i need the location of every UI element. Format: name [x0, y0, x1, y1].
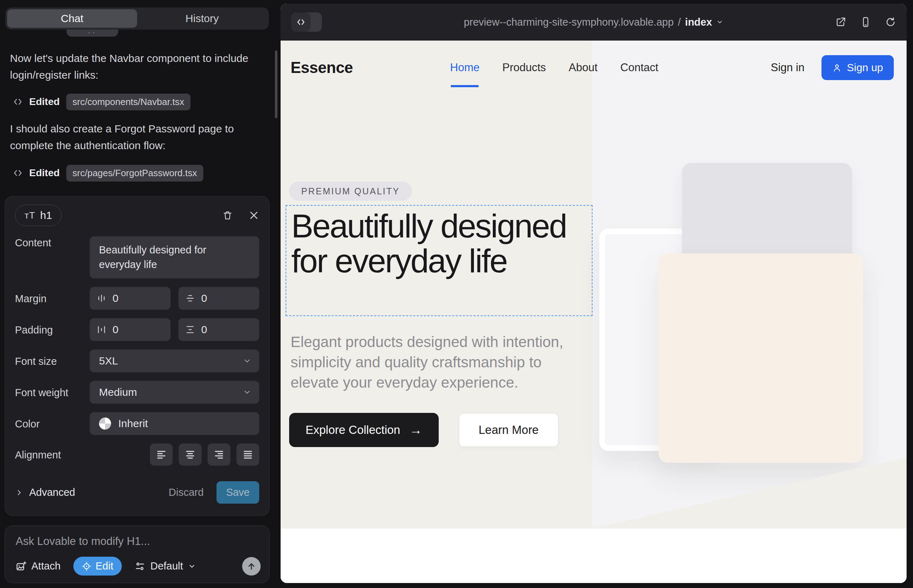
sign-up-button[interactable]: Sign up — [821, 55, 894, 80]
composer-toolbar: Attach Edit Default — [16, 557, 261, 575]
ellipsis-dots: ·· — [88, 29, 97, 34]
attach-image-icon — [16, 561, 26, 572]
color-swatch — [99, 417, 111, 430]
color-row: Color Inherit — [15, 412, 259, 435]
padding-x-value: 0 — [113, 323, 118, 336]
preview-window: preview--charming-site-symphony.lovable.… — [281, 3, 907, 583]
explore-collection-button[interactable]: Explore Collection → — [289, 413, 439, 447]
tab-history[interactable]: History — [137, 9, 267, 28]
margin-horizontal-icon — [97, 294, 106, 303]
attach-button[interactable]: Attach — [16, 560, 60, 572]
nav-link-home[interactable]: Home — [450, 61, 480, 74]
site-logo[interactable]: Essence — [291, 59, 353, 76]
refresh-button[interactable] — [885, 17, 896, 27]
code-toggle-knob — [291, 13, 311, 32]
nav-auth-actions: Sign in Sign up — [771, 55, 894, 80]
font-size-select[interactable]: 5XL — [90, 349, 259, 372]
align-justify-button[interactable] — [236, 444, 259, 465]
font-size-value: 5XL — [99, 355, 118, 367]
align-left-button[interactable] — [150, 444, 173, 465]
padding-x-input[interactable]: 0 — [90, 318, 170, 341]
font-size-row: Font size 5XL — [15, 349, 259, 372]
alignment-buttons — [150, 444, 259, 465]
margin-y-input[interactable]: 0 — [178, 287, 259, 310]
preview-header: preview--charming-site-symphony.lovable.… — [281, 3, 907, 40]
hero-decoration-card-cream — [659, 254, 863, 463]
save-button[interactable]: Save — [217, 481, 259, 504]
align-justify-icon — [243, 449, 253, 460]
padding-row: Padding 0 0 — [15, 318, 259, 341]
color-value: Inherit — [118, 417, 148, 430]
edited-label: Edited — [29, 167, 60, 179]
hero-heading[interactable]: Beautifully designed for everyday life — [286, 206, 585, 278]
nav-links: Home Products About Contact — [450, 61, 659, 74]
alignment-label: Alignment — [15, 449, 90, 461]
hero-background-wedge — [592, 457, 907, 528]
edited-file-row: Edited src/pages/ForgotPassword.tsx — [13, 165, 203, 181]
url-separator: / — [678, 16, 681, 28]
element-tag-label: h1 — [40, 209, 52, 221]
hero-paragraph: Elegant products designed with intention… — [291, 332, 590, 393]
discard-button[interactable]: Discard — [169, 486, 204, 498]
margin-x-input[interactable]: 0 — [90, 287, 170, 310]
target-icon — [82, 562, 91, 571]
align-center-button[interactable] — [179, 444, 202, 465]
close-icon — [249, 210, 259, 221]
arrow-up-icon — [246, 561, 256, 571]
chevron-down-icon — [716, 18, 724, 26]
preview-url-breadcrumb[interactable]: preview--charming-site-symphony.lovable.… — [464, 16, 723, 28]
open-in-new-tab-button[interactable] — [835, 17, 846, 27]
external-link-icon — [835, 17, 846, 27]
margin-row: Margin 0 0 — [15, 287, 259, 310]
font-weight-select[interactable]: Medium — [90, 381, 259, 404]
sign-up-label: Sign up — [847, 61, 883, 74]
user-icon — [832, 63, 842, 73]
active-nav-underline — [451, 85, 479, 87]
chat-sidebar: Chat History ·· Now let's update the Nav… — [0, 0, 278, 588]
code-preview-toggle[interactable] — [291, 13, 322, 32]
typography-icon: тT — [24, 210, 35, 221]
edit-mode-button[interactable]: Edit — [73, 557, 122, 575]
delete-element-button[interactable] — [222, 210, 233, 221]
font-weight-value: Medium — [99, 386, 137, 398]
align-right-button[interactable] — [207, 444, 230, 465]
attach-label: Attach — [31, 560, 60, 572]
h1-selection-outline: Beautifully designed for everyday life — [286, 205, 592, 316]
chat-composer[interactable]: Ask Lovable to modify H1... Attach Edit — [5, 525, 270, 583]
content-input[interactable]: Beautifully designed for everyday life — [90, 236, 259, 278]
send-button[interactable] — [242, 557, 261, 575]
learn-more-button[interactable]: Learn More — [459, 413, 559, 447]
chevron-down-icon — [188, 562, 196, 570]
nav-link-products[interactable]: Products — [502, 61, 546, 74]
font-weight-row: Font weight Medium — [15, 381, 259, 404]
nav-link-label: Home — [450, 61, 480, 74]
premium-quality-badge: PREMIUM QUALITY — [289, 181, 412, 201]
selected-element-badge: тT h1 — [15, 205, 62, 226]
mode-label: Default — [150, 560, 183, 572]
padding-y-input[interactable]: 0 — [178, 318, 259, 341]
preview-actions — [835, 17, 896, 27]
color-select[interactable]: Inherit — [90, 412, 259, 435]
chat-scrollbar-thumb[interactable] — [275, 50, 277, 118]
mobile-view-button[interactable] — [860, 17, 871, 27]
editor-header: тT h1 — [15, 203, 259, 228]
mobile-phone-icon — [860, 17, 871, 27]
trash-icon — [222, 210, 233, 221]
nav-link-about[interactable]: About — [569, 61, 597, 74]
file-chip[interactable]: src/pages/ForgotPassword.tsx — [66, 165, 204, 181]
margin-y-value: 0 — [201, 292, 207, 304]
code-icon — [13, 168, 23, 178]
font-size-label: Font size — [15, 355, 90, 367]
padding-vertical-icon — [186, 325, 195, 334]
tab-chat[interactable]: Chat — [7, 9, 137, 28]
nav-link-contact[interactable]: Contact — [620, 61, 659, 74]
sign-in-button[interactable]: Sign in — [771, 61, 805, 74]
alignment-row: Alignment — [15, 444, 259, 465]
file-chip[interactable]: src/components/Navbar.tsx — [66, 94, 191, 110]
sidebar-tabs: Chat History — [5, 8, 269, 29]
close-editor-button[interactable] — [249, 210, 259, 221]
advanced-toggle[interactable]: Advanced — [15, 486, 75, 498]
mode-select[interactable]: Default — [134, 560, 196, 572]
chat-message: Now let's update the Navbar component to… — [10, 50, 252, 83]
site-navbar: Essence Home Products About Contact Sign… — [291, 55, 894, 81]
